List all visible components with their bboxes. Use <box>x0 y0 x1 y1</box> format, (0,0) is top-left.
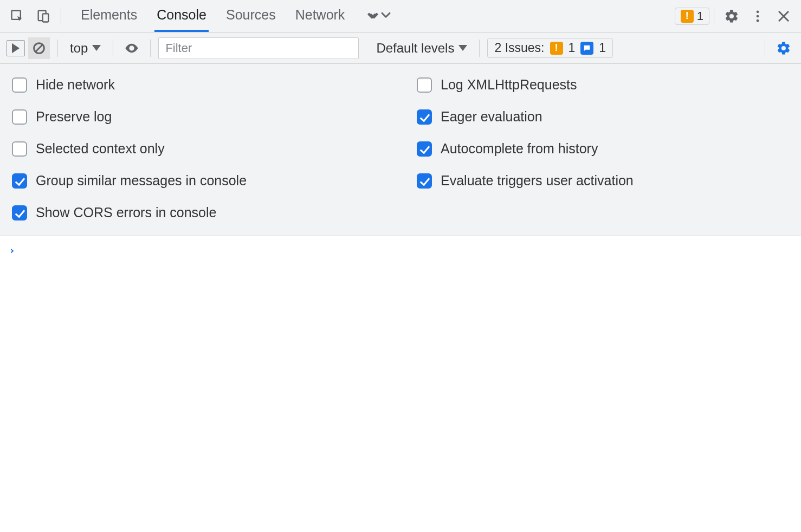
issues-pill[interactable]: 2 Issues: ! 1 1 <box>487 38 613 58</box>
setting-log-xhr[interactable]: Log XMLHttpRequests <box>417 77 789 93</box>
checkbox[interactable] <box>12 77 27 93</box>
more-tabs-chevrons-icon[interactable] <box>375 5 397 27</box>
svg-line-10 <box>35 44 43 52</box>
separator <box>714 8 714 25</box>
devtools-tabs-bar: Elements Console Sources Network ! 1 <box>0 0 801 33</box>
setting-label: Hide network <box>36 77 115 93</box>
checkbox[interactable] <box>417 141 432 157</box>
setting-hide-network[interactable]: Hide network <box>12 77 384 93</box>
checkbox[interactable] <box>417 77 432 93</box>
separator <box>57 40 58 57</box>
issues-info-count: 1 <box>599 41 606 55</box>
setting-label: Show CORS errors in console <box>36 205 216 220</box>
svg-point-4 <box>757 15 759 17</box>
separator <box>765 40 765 57</box>
chevron-down-icon <box>458 45 467 51</box>
warning-badge-icon: ! <box>550 42 563 55</box>
console-toolbar: top Default levels 2 Issues: ! 1 1 <box>0 33 801 64</box>
tab-network[interactable]: Network <box>293 0 347 32</box>
kebab-menu-icon[interactable] <box>745 3 771 29</box>
setting-label: Log XMLHttpRequests <box>441 77 577 93</box>
chevron-down-icon <box>92 45 101 51</box>
setting-label: Evaluate triggers user activation <box>441 173 634 189</box>
svg-point-5 <box>757 19 759 22</box>
settings-right-column: Log XMLHttpRequests Eager evaluation Aut… <box>417 77 789 220</box>
setting-label: Preserve log <box>36 109 112 125</box>
header-warning-count: 1 <box>697 9 703 23</box>
console-prompt-caret-icon: › <box>9 244 15 257</box>
execution-context-selector[interactable]: top <box>66 41 105 56</box>
checkbox[interactable] <box>417 109 432 125</box>
separator <box>479 40 480 57</box>
checkbox[interactable] <box>12 205 27 220</box>
device-toggle-icon[interactable] <box>30 3 56 29</box>
svg-point-3 <box>757 10 759 13</box>
tab-sources[interactable]: Sources <box>224 0 278 32</box>
setting-eager-evaluation[interactable]: Eager evaluation <box>417 109 789 125</box>
setting-label: Selected context only <box>36 141 165 157</box>
console-input-area[interactable]: › <box>0 236 801 264</box>
svg-rect-12 <box>586 48 588 49</box>
clear-console-icon[interactable] <box>28 37 50 59</box>
setting-show-cors-errors[interactable]: Show CORS errors in console <box>12 205 384 220</box>
console-settings-panel: Hide network Preserve log Selected conte… <box>0 64 801 236</box>
header-warnings-pill[interactable]: ! 1 <box>675 8 709 25</box>
settings-left-column: Hide network Preserve log Selected conte… <box>12 77 384 220</box>
setting-label: Eager evaluation <box>441 109 542 125</box>
close-devtools-icon[interactable] <box>771 3 797 29</box>
tab-elements[interactable]: Elements <box>79 0 139 32</box>
setting-autocomplete-history[interactable]: Autocomplete from history <box>417 141 789 157</box>
tab-strip: Elements Console Sources Network <box>79 0 397 32</box>
inspect-element-icon[interactable] <box>4 3 30 29</box>
svg-rect-11 <box>586 47 589 47</box>
setting-selected-context-only[interactable]: Selected context only <box>12 141 384 157</box>
settings-gear-icon[interactable] <box>719 3 745 29</box>
setting-group-similar[interactable]: Group similar messages in console <box>12 173 384 189</box>
setting-label: Autocomplete from history <box>441 141 598 157</box>
live-expression-eye-icon[interactable] <box>121 37 143 59</box>
checkbox[interactable] <box>12 141 27 157</box>
log-levels-selector[interactable]: Default levels <box>372 41 471 56</box>
console-filter-input[interactable] <box>158 37 359 59</box>
separator <box>61 8 61 25</box>
issues-warning-count: 1 <box>569 41 576 55</box>
context-label: top <box>70 41 88 56</box>
sidebar-toggle-icon[interactable] <box>7 40 25 56</box>
checkbox[interactable] <box>12 109 27 125</box>
checkbox[interactable] <box>417 173 432 189</box>
tab-console[interactable]: Console <box>154 0 209 32</box>
svg-marker-8 <box>12 43 20 53</box>
setting-label: Group similar messages in console <box>36 173 247 189</box>
setting-evaluate-user-activation[interactable]: Evaluate triggers user activation <box>417 173 789 189</box>
setting-preserve-log[interactable]: Preserve log <box>12 109 384 125</box>
checkbox[interactable] <box>12 173 27 189</box>
console-settings-gear-icon[interactable] <box>773 37 794 59</box>
svg-rect-2 <box>43 14 49 22</box>
separator <box>113 40 113 57</box>
info-badge-icon <box>580 42 593 55</box>
issues-label: 2 Issues: <box>494 41 544 55</box>
levels-label: Default levels <box>376 41 454 56</box>
separator <box>150 40 151 57</box>
warning-badge-icon: ! <box>681 10 694 23</box>
